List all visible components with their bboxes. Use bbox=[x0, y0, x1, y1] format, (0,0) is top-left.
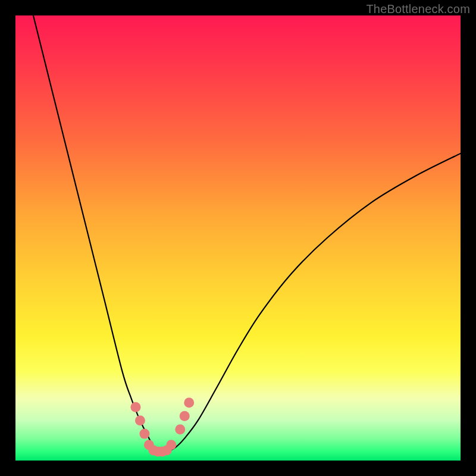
curve-marker bbox=[175, 424, 185, 434]
curve-marker bbox=[135, 415, 145, 425]
watermark-text: TheBottleneck.com bbox=[366, 2, 470, 16]
bottleneck-curve bbox=[33, 15, 461, 452]
plot-area bbox=[15, 15, 461, 461]
chart-svg bbox=[15, 15, 461, 461]
curve-marker bbox=[180, 411, 190, 421]
curve-marker bbox=[184, 397, 194, 408]
chart-frame bbox=[15, 15, 461, 461]
curve-marker bbox=[139, 429, 149, 439]
curve-marker bbox=[130, 402, 140, 412]
curve-marker bbox=[166, 440, 176, 450]
marker-group bbox=[130, 397, 194, 456]
